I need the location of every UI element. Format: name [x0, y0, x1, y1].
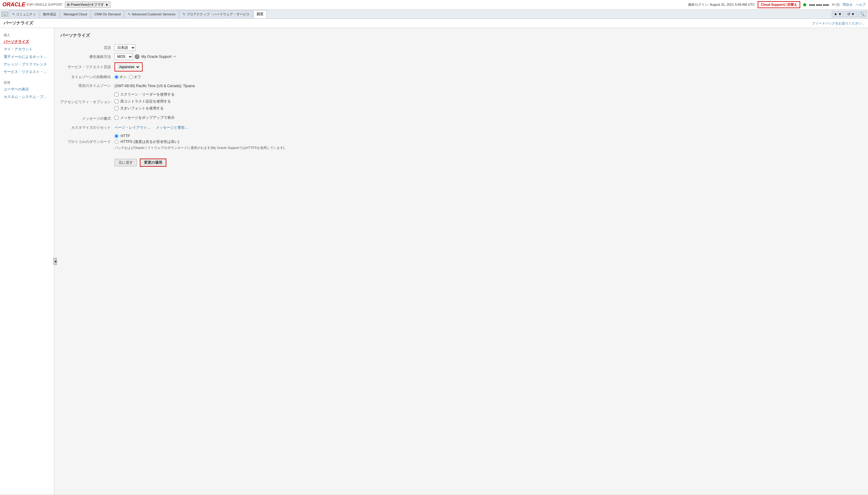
http-radio[interactable]: [115, 134, 119, 138]
page-layout-link[interactable]: ページ・レイアウト...: [115, 125, 150, 130]
tab-warranty[interactable]: 動作保証: [40, 10, 60, 18]
content-title: パーソナライズ: [60, 33, 862, 38]
preferred-contact-label: 優先連絡方法: [60, 52, 115, 61]
https-radio[interactable]: [115, 140, 119, 144]
message-warning-link[interactable]: メッセージと警告...: [156, 125, 188, 130]
sidebar-item-custom-system[interactable]: カスタム・システム・プロバ: [0, 93, 54, 101]
powerview-button[interactable]: ⊞ PowerViewがオフです ▼: [65, 1, 110, 8]
large-font-checkbox[interactable]: [115, 106, 119, 110]
http-radio-label[interactable]: HTTP: [115, 134, 862, 138]
acs-tab-label: Advanced Customer Services: [132, 12, 175, 16]
tab-acs[interactable]: ✎ Advanced Customer Services: [124, 10, 179, 18]
large-font-text: 大きいフォントを使用する: [120, 106, 164, 111]
timezone-on-label: オン: [119, 74, 126, 80]
sidebar-collapse-button[interactable]: ◀: [53, 258, 57, 265]
current-timezone-value: (GMT-08:00) Pacific Time (US & Canada); …: [115, 84, 195, 88]
back-button[interactable]: 元に戻す: [115, 159, 137, 166]
accessibility-label: アクセシビリティ・オプション: [60, 90, 115, 114]
last-login-text: 最終ログイン: August 31, 2021 5:08 AM UTC: [688, 2, 755, 7]
community-tab-label: コミュニティ: [16, 12, 36, 17]
tab-crm[interactable]: CRM On Demand: [91, 10, 124, 18]
protocol-label: プロトコルのダウンロード: [60, 132, 115, 151]
cloud-support-button[interactable]: Cloud Supportに切替え: [758, 1, 800, 8]
favorites-button[interactable]: ★ ▼: [832, 11, 844, 17]
help-link[interactable]: ヘルプ: [856, 2, 866, 7]
powerview-label: PowerViewがオフです: [71, 2, 104, 7]
mos-edit-icon[interactable]: ✏: [173, 54, 176, 59]
tab-proactive[interactable]: ✎ プロアクティブ・ハードウェア・サービス: [179, 10, 253, 18]
powerview-dropdown-icon: ▼: [105, 3, 108, 7]
oracle-logo-registered: ®: [27, 3, 29, 6]
message-popup-text: メッセージをポップアップで表示: [120, 115, 174, 120]
community-tab-icon: ✎: [12, 12, 15, 16]
message-style-label: メッセージの書式: [60, 114, 115, 123]
user-ip: ■■■.■■■.■■■: [809, 3, 829, 7]
large-font-checkbox-label[interactable]: 大きいフォントを使用する: [115, 106, 862, 111]
sidebar-item-user-display[interactable]: ユーザーの表示: [0, 86, 54, 93]
language-select[interactable]: 日本語 English: [115, 44, 136, 51]
sidebar-item-knowledge-pref[interactable]: ナレッジ・プリファレンス: [0, 61, 54, 68]
tab-managed-cloud[interactable]: Managed Cloud: [60, 10, 90, 18]
status-indicator: [803, 3, 806, 6]
message-popup-checkbox-label[interactable]: メッセージをポップアップで表示: [115, 115, 862, 120]
sidebar-section-personal: 個人: [0, 31, 54, 38]
https-radio-label[interactable]: HTTPS (速度は劣るが安全性は高い): [115, 139, 862, 144]
timezone-on-radio[interactable]: オン: [115, 74, 126, 80]
timezone-off-label: オフ: [134, 74, 141, 80]
high-contrast-checkbox[interactable]: [115, 100, 119, 103]
tab-community[interactable]: ✎ コミュニティ: [9, 10, 39, 18]
tab-settings[interactable]: 設定: [254, 10, 267, 18]
apply-button[interactable]: 変更の適用: [140, 158, 167, 167]
proactive-tab-label: プロアクティブ・ハードウェア・サービス: [187, 12, 249, 17]
protocol-note: パッチおよびOracleソフトウェアのダウンロードに適用されます(My Orac…: [115, 146, 862, 150]
mos-text: My Oracle Support: [141, 54, 172, 59]
current-timezone-label: 現在のタイムゾーン: [60, 81, 115, 90]
preferred-contact-help-icon[interactable]: ?: [135, 54, 140, 59]
settings-tab-label: 設定: [257, 12, 263, 16]
mail-icon[interactable]: ✉ (0): [832, 3, 840, 7]
nav-menu-button[interactable]: ...: [1, 12, 8, 17]
warranty-tab-label: 動作保証: [43, 12, 56, 17]
language-label: 言語: [60, 43, 115, 52]
oracle-logo: ORACLE ® MY ORACLE SUPPORT: [2, 1, 63, 8]
feedback-link[interactable]: フィードバックをお送りください...: [812, 21, 864, 25]
acs-tab-icon: ✎: [128, 12, 131, 16]
sr-language-field-container: Japanese English Chinese Korean: [115, 63, 142, 71]
high-contrast-checkbox-label[interactable]: 高コントラスト設定を使用する: [115, 99, 862, 104]
screen-reader-checkbox[interactable]: [115, 92, 119, 97]
timezone-off-radio[interactable]: オフ: [129, 74, 141, 80]
screen-reader-text: スクリーン・リーダーを使用する: [120, 92, 174, 97]
sidebar-item-service-request[interactable]: サービス・リクエスト・プロ: [0, 68, 54, 76]
high-contrast-text: 高コントラスト設定を使用する: [120, 99, 171, 104]
search-button[interactable]: 🔍: [858, 11, 867, 17]
customize-reset-label: カスタマイズのリセット: [60, 123, 115, 132]
inquiry-link[interactable]: 問合せ: [843, 2, 853, 7]
message-popup-checkbox[interactable]: [115, 116, 119, 120]
sr-language-select[interactable]: Japanese English Chinese Korean: [117, 64, 140, 70]
refresh-button[interactable]: ↺ ▼: [845, 11, 857, 17]
sidebar-item-my-account[interactable]: マイ・アカウント: [0, 46, 54, 53]
timezone-auto-label: タイムゾーンの自動検出: [60, 73, 115, 81]
sidebar-item-personalize[interactable]: パーソナライズ: [0, 38, 54, 46]
mos-label: MY ORACLE SUPPORT: [29, 3, 63, 6]
crm-tab-label: CRM On Demand: [94, 12, 121, 16]
preferred-contact-select[interactable]: MOS Email: [115, 53, 133, 60]
sidebar-item-email-hot[interactable]: 電子メールによるホット・ト: [0, 53, 54, 61]
http-label: HTTP: [121, 134, 130, 138]
sr-language-label: サービス・リクエスト言語: [60, 61, 115, 73]
managed-cloud-tab-label: Managed Cloud: [64, 12, 87, 16]
oracle-logo-text: ORACLE: [2, 1, 25, 8]
screen-reader-checkbox-label[interactable]: スクリーン・リーダーを使用する: [115, 92, 862, 97]
https-label: HTTPS (速度は劣るが安全性は高い): [121, 139, 179, 144]
page-title: パーソナライズ: [4, 20, 33, 26]
powerview-icon: ⊞: [67, 3, 70, 7]
sidebar-section-admin: 管理: [0, 79, 54, 86]
proactive-tab-icon: ✎: [183, 12, 185, 16]
